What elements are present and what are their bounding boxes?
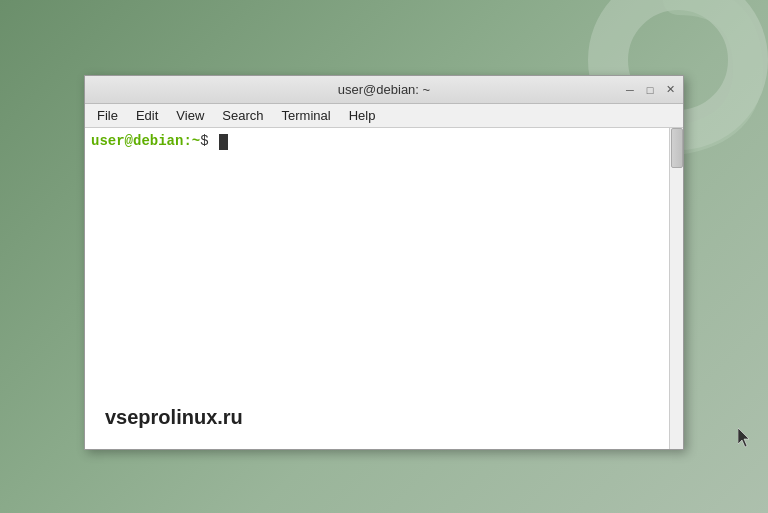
window-title: user@debian: ~ (338, 82, 430, 97)
prompt-line: user@debian:~ $ (91, 132, 677, 152)
maximize-button[interactable]: □ (641, 81, 659, 99)
title-bar-buttons: ─ □ ✕ (621, 76, 679, 103)
menu-terminal[interactable]: Terminal (274, 106, 339, 125)
title-bar: user@debian: ~ ─ □ ✕ (85, 76, 683, 104)
menu-view[interactable]: View (168, 106, 212, 125)
menu-help[interactable]: Help (341, 106, 384, 125)
terminal-window: user@debian: ~ ─ □ ✕ File Edit View Sear… (84, 75, 684, 450)
desktop: user@debian: ~ ─ □ ✕ File Edit View Sear… (0, 0, 768, 513)
menu-file[interactable]: File (89, 106, 126, 125)
prompt-symbol: $ (200, 132, 217, 152)
terminal-cursor (219, 134, 228, 150)
watermark-text: vseprolinux.ru (105, 406, 243, 429)
close-button[interactable]: ✕ (661, 81, 679, 99)
terminal-content[interactable]: user@debian:~ $ (85, 128, 683, 156)
prompt-user-host: user@debian:~ (91, 132, 200, 152)
menu-edit[interactable]: Edit (128, 106, 166, 125)
menu-search[interactable]: Search (214, 106, 271, 125)
mouse-cursor (738, 428, 750, 448)
menu-bar: File Edit View Search Terminal Help (85, 104, 683, 128)
minimize-button[interactable]: ─ (621, 81, 639, 99)
scrollbar-thumb[interactable] (671, 128, 683, 168)
scrollbar-track[interactable] (669, 128, 683, 449)
